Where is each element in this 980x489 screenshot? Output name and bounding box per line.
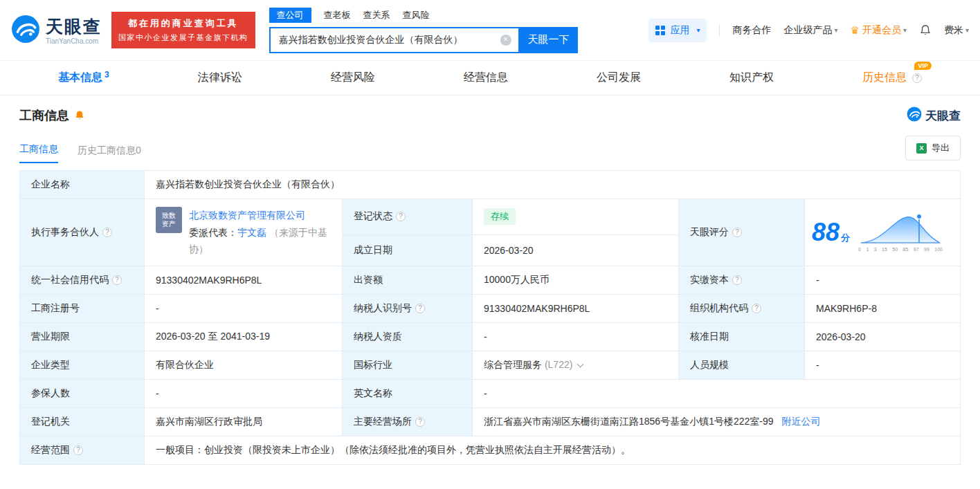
field-value: MAK9RH6P-8	[805, 294, 961, 322]
field-label: 成立日期	[343, 234, 473, 266]
promo-banner: 都在用的商业查询工具 国家中小企业发展子基金旗下机构	[111, 12, 255, 48]
search-button[interactable]: 天眼一下	[520, 27, 578, 53]
watermark-brand: 天眼查	[925, 108, 961, 124]
crown-icon: ♛	[850, 24, 859, 37]
help-icon[interactable]: ?	[732, 275, 742, 285]
help-icon[interactable]: ?	[752, 304, 761, 313]
tab-basic-info[interactable]: 基本信息 3	[58, 71, 109, 85]
subtabs-row: 工商信息 历史工商信息0 X 导出	[19, 136, 961, 163]
export-button[interactable]: X 导出	[905, 136, 961, 160]
field-value: 91330402MAK9RH6P8L	[473, 294, 679, 322]
help-icon[interactable]: ?	[112, 275, 122, 285]
field-label: 出资额	[343, 266, 473, 294]
chevron-down-icon[interactable]	[577, 360, 584, 367]
field-value: 存续	[473, 199, 679, 235]
field-label: 统一社会信用代码?	[20, 266, 145, 294]
field-label: 纳税人识别号?	[343, 294, 473, 322]
enterprise-products-label: 企业级产品	[783, 24, 832, 37]
field-value: -	[473, 322, 679, 351]
tab-intellectual-property[interactable]: 知识产权	[729, 71, 774, 85]
field-value: 嘉兴市南湖区行政审批局	[145, 407, 343, 436]
field-label: 企业类型	[20, 351, 145, 379]
subtab-history-business-info[interactable]: 历史工商信息0	[78, 145, 141, 163]
chevron-down-icon: ▾	[696, 26, 700, 34]
field-label: 国标行业	[343, 351, 473, 379]
industry-code: (L722)	[545, 359, 572, 370]
field-label: 经营范围?	[20, 436, 145, 464]
field-label: 登记状态?	[343, 199, 473, 235]
tab-company-development[interactable]: 公司发展	[597, 71, 641, 85]
help-icon[interactable]: ?	[73, 445, 83, 455]
field-label: 人员规模	[679, 351, 805, 379]
help-icon[interactable]: ?	[396, 212, 406, 221]
site-logo[interactable]: 天眼查 TianYanCha.com	[11, 15, 102, 46]
search-tab-relation[interactable]: 查关系	[363, 9, 390, 21]
rep-prefix: 委派代表：	[189, 227, 237, 238]
subscribe-bell-icon[interactable]	[74, 110, 85, 121]
excel-icon: X	[916, 143, 927, 154]
chevron-down-icon: ▾	[834, 26, 837, 34]
help-icon[interactable]: ?	[732, 228, 742, 237]
table-row: 执行事务合伙人? 致数 资产 北京致数资产管理有限公司 委派代表：宇文磊 （来源…	[20, 199, 961, 235]
help-icon[interactable]: ?	[415, 417, 425, 427]
field-value: 嘉兴指若数创业投资合伙企业（有限合伙）	[145, 171, 961, 199]
field-value: -	[145, 294, 343, 322]
table-row: 企业名称 嘉兴指若数创业投资合伙企业（有限合伙）	[20, 171, 961, 199]
nearby-companies-link[interactable]: 附近公司	[781, 416, 820, 427]
field-value: 2026-03-20	[473, 234, 679, 266]
tab-legal-proceedings[interactable]: 法律诉讼	[198, 71, 242, 85]
rep-name-link[interactable]: 宇文磊	[237, 227, 266, 238]
business-cooperation-link[interactable]: 商务合作	[732, 24, 771, 37]
tab-basic-info-count: 3	[105, 70, 109, 80]
search-tab-company[interactable]: 查公司	[269, 8, 311, 23]
tab-operation-risk[interactable]: 经营风险	[331, 71, 375, 85]
tab-operation-info[interactable]: 经营信息	[464, 71, 508, 85]
field-label: 组织机构代码?	[679, 294, 805, 322]
open-vip-label: 开通会员	[862, 24, 901, 37]
subtab-history-label: 历史工商信息	[78, 145, 136, 156]
table-row: 工商注册号 - 纳税人识别号? 91330402MAK9RH6P8L 组织机构代…	[20, 294, 961, 322]
field-label: 实缴资本?	[679, 266, 805, 294]
field-value: 10000万人民币	[473, 266, 679, 294]
subtab-history-count: 0	[136, 145, 141, 156]
open-vip-link[interactable]: ♛ 开通会员 ▾	[850, 24, 906, 37]
divider	[719, 24, 720, 37]
field-value: 2026-03-20 至 2041-03-19	[145, 322, 343, 351]
score-axis-labels: 0131550859799100	[858, 247, 943, 252]
field-label: 纳税人资质	[343, 322, 473, 351]
field-label: 工商注册号	[20, 294, 145, 322]
search-input[interactable]	[278, 34, 495, 46]
help-icon[interactable]: ?	[912, 73, 922, 83]
field-value: 有限合伙企业	[145, 351, 343, 379]
vip-badge: VIP	[914, 62, 932, 70]
field-label: 天眼评分?	[679, 199, 805, 266]
partner-company-link[interactable]: 北京致数资产管理有限公司	[189, 210, 305, 221]
apps-menu-button[interactable]: 应用 ▾	[648, 19, 707, 42]
apps-grid-icon	[655, 26, 665, 35]
help-icon[interactable]: ?	[415, 304, 425, 313]
status-badge: 存续	[484, 208, 516, 225]
score-value: 88分	[812, 218, 850, 247]
partner-logo: 致数 资产	[156, 207, 182, 233]
promo-line1: 都在用的商业查询工具	[118, 17, 248, 30]
enterprise-products-link[interactable]: 企业级产品 ▾	[783, 24, 837, 37]
chevron-down-icon: ▾	[903, 26, 907, 34]
tab-history-info-label: 历史信息	[862, 71, 907, 85]
field-label: 营业期限	[20, 322, 145, 351]
tab-history-info[interactable]: 历史信息 ? VIP	[862, 71, 922, 85]
business-info-section: 工商信息 天眼查 工商信息 历史工商信息0 X 导出	[0, 107, 980, 465]
table-row: 营业期限 2026-03-20 至 2041-03-19 纳税人资质 - 核准日…	[20, 322, 961, 351]
table-row: 经营范围? 一般项目：创业投资（限投资未上市企业）（除依法须经批准的项目外，凭营…	[20, 436, 961, 464]
section-title: 工商信息	[19, 107, 69, 124]
user-account-link[interactable]: 费米 ▾	[944, 24, 969, 37]
subtab-business-info[interactable]: 工商信息	[19, 143, 58, 163]
company-detail-nav: 基本信息 3 法律诉讼 经营风险 经营信息 公司发展 知识产权 历史信息 ? V…	[0, 61, 980, 95]
help-icon[interactable]: ?	[102, 228, 112, 237]
promo-line2: 国家中小企业发展子基金旗下机构	[118, 33, 248, 43]
search-tab-boss[interactable]: 查老板	[324, 9, 351, 21]
clear-search-icon[interactable]: ×	[500, 35, 511, 46]
notification-bell-icon[interactable]	[919, 24, 932, 37]
table-row: 统一社会信用代码? 91330402MAK9RH6P8L 出资额 10000万人…	[20, 266, 961, 294]
score-cell: 88分	[805, 199, 961, 266]
search-tab-risk[interactable]: 查风险	[403, 9, 430, 21]
